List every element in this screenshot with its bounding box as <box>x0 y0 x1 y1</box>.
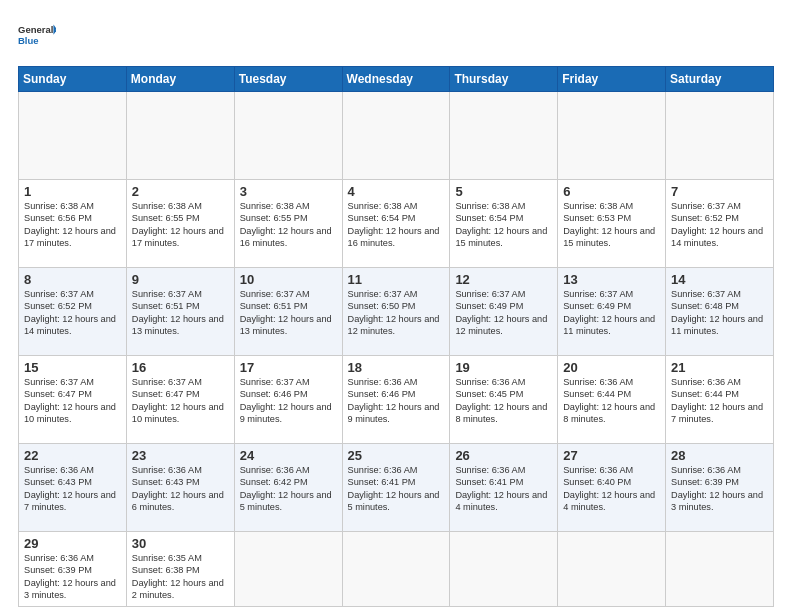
sunset-label: Sunset: 6:45 PM <box>455 389 523 399</box>
cell-info: Sunrise: 6:38 AM Sunset: 6:55 PM Dayligh… <box>240 200 337 250</box>
sunset-label: Sunset: 6:55 PM <box>132 213 200 223</box>
sunrise-label: Sunrise: 6:36 AM <box>455 465 525 475</box>
day-number: 10 <box>240 272 337 287</box>
sunrise-label: Sunrise: 6:36 AM <box>671 377 741 387</box>
daylight-label: Daylight: 12 hours and 14 minutes. <box>671 226 763 248</box>
day-number: 22 <box>24 448 121 463</box>
day-number: 19 <box>455 360 552 375</box>
daylight-label: Daylight: 12 hours and 9 minutes. <box>348 402 440 424</box>
sunrise-label: Sunrise: 6:38 AM <box>348 201 418 211</box>
daylight-label: Daylight: 12 hours and 2 minutes. <box>132 578 224 600</box>
sunset-label: Sunset: 6:50 PM <box>348 301 416 311</box>
calendar-cell: 29 Sunrise: 6:36 AM Sunset: 6:39 PM Dayl… <box>19 532 127 607</box>
cell-info: Sunrise: 6:37 AM Sunset: 6:46 PM Dayligh… <box>240 376 337 426</box>
sunset-label: Sunset: 6:39 PM <box>24 565 92 575</box>
sunrise-label: Sunrise: 6:38 AM <box>563 201 633 211</box>
sunrise-label: Sunrise: 6:36 AM <box>671 465 741 475</box>
sunset-label: Sunset: 6:52 PM <box>24 301 92 311</box>
day-number: 28 <box>671 448 768 463</box>
daylight-label: Daylight: 12 hours and 13 minutes. <box>240 314 332 336</box>
daylight-label: Daylight: 12 hours and 11 minutes. <box>671 314 763 336</box>
daylight-label: Daylight: 12 hours and 14 minutes. <box>24 314 116 336</box>
day-number: 29 <box>24 536 121 551</box>
calendar-cell <box>342 532 450 607</box>
daylight-label: Daylight: 12 hours and 16 minutes. <box>348 226 440 248</box>
calendar-cell: 6 Sunrise: 6:38 AM Sunset: 6:53 PM Dayli… <box>558 180 666 268</box>
day-number: 12 <box>455 272 552 287</box>
col-header-friday: Friday <box>558 67 666 92</box>
calendar-cell: 15 Sunrise: 6:37 AM Sunset: 6:47 PM Dayl… <box>19 356 127 444</box>
calendar-cell <box>234 92 342 180</box>
cell-info: Sunrise: 6:38 AM Sunset: 6:55 PM Dayligh… <box>132 200 229 250</box>
logo: General Blue <box>18 18 56 54</box>
cell-info: Sunrise: 6:36 AM Sunset: 6:41 PM Dayligh… <box>348 464 445 514</box>
cell-info: Sunrise: 6:35 AM Sunset: 6:38 PM Dayligh… <box>132 552 229 602</box>
sunset-label: Sunset: 6:46 PM <box>240 389 308 399</box>
cell-info: Sunrise: 6:38 AM Sunset: 6:54 PM Dayligh… <box>348 200 445 250</box>
sunrise-label: Sunrise: 6:37 AM <box>240 377 310 387</box>
calendar-cell: 17 Sunrise: 6:37 AM Sunset: 6:46 PM Dayl… <box>234 356 342 444</box>
sunset-label: Sunset: 6:48 PM <box>671 301 739 311</box>
cell-info: Sunrise: 6:36 AM Sunset: 6:43 PM Dayligh… <box>24 464 121 514</box>
calendar-cell: 3 Sunrise: 6:38 AM Sunset: 6:55 PM Dayli… <box>234 180 342 268</box>
calendar-week-row: 8 Sunrise: 6:37 AM Sunset: 6:52 PM Dayli… <box>19 268 774 356</box>
daylight-label: Daylight: 12 hours and 4 minutes. <box>563 490 655 512</box>
calendar-cell: 9 Sunrise: 6:37 AM Sunset: 6:51 PM Dayli… <box>126 268 234 356</box>
day-number: 23 <box>132 448 229 463</box>
calendar-cell: 11 Sunrise: 6:37 AM Sunset: 6:50 PM Dayl… <box>342 268 450 356</box>
day-number: 14 <box>671 272 768 287</box>
calendar-cell: 13 Sunrise: 6:37 AM Sunset: 6:49 PM Dayl… <box>558 268 666 356</box>
calendar-cell <box>558 92 666 180</box>
cell-info: Sunrise: 6:36 AM Sunset: 6:46 PM Dayligh… <box>348 376 445 426</box>
day-number: 21 <box>671 360 768 375</box>
sunrise-label: Sunrise: 6:37 AM <box>24 377 94 387</box>
calendar-cell: 16 Sunrise: 6:37 AM Sunset: 6:47 PM Dayl… <box>126 356 234 444</box>
sunrise-label: Sunrise: 6:38 AM <box>132 201 202 211</box>
calendar-cell <box>342 92 450 180</box>
calendar-cell: 24 Sunrise: 6:36 AM Sunset: 6:42 PM Dayl… <box>234 444 342 532</box>
sunset-label: Sunset: 6:39 PM <box>671 477 739 487</box>
sunrise-label: Sunrise: 6:36 AM <box>348 377 418 387</box>
sunrise-label: Sunrise: 6:36 AM <box>240 465 310 475</box>
col-header-wednesday: Wednesday <box>342 67 450 92</box>
sunset-label: Sunset: 6:49 PM <box>455 301 523 311</box>
sunset-label: Sunset: 6:44 PM <box>671 389 739 399</box>
daylight-label: Daylight: 12 hours and 3 minutes. <box>671 490 763 512</box>
sunset-label: Sunset: 6:51 PM <box>132 301 200 311</box>
col-header-tuesday: Tuesday <box>234 67 342 92</box>
sunrise-label: Sunrise: 6:38 AM <box>455 201 525 211</box>
col-header-sunday: Sunday <box>19 67 127 92</box>
sunset-label: Sunset: 6:55 PM <box>240 213 308 223</box>
day-number: 15 <box>24 360 121 375</box>
day-number: 17 <box>240 360 337 375</box>
cell-info: Sunrise: 6:37 AM Sunset: 6:49 PM Dayligh… <box>563 288 660 338</box>
cell-info: Sunrise: 6:37 AM Sunset: 6:47 PM Dayligh… <box>24 376 121 426</box>
calendar-cell: 19 Sunrise: 6:36 AM Sunset: 6:45 PM Dayl… <box>450 356 558 444</box>
calendar-week-row: 29 Sunrise: 6:36 AM Sunset: 6:39 PM Dayl… <box>19 532 774 607</box>
cell-info: Sunrise: 6:36 AM Sunset: 6:39 PM Dayligh… <box>24 552 121 602</box>
daylight-label: Daylight: 12 hours and 8 minutes. <box>455 402 547 424</box>
cell-info: Sunrise: 6:38 AM Sunset: 6:54 PM Dayligh… <box>455 200 552 250</box>
daylight-label: Daylight: 12 hours and 5 minutes. <box>240 490 332 512</box>
sunset-label: Sunset: 6:41 PM <box>455 477 523 487</box>
day-number: 20 <box>563 360 660 375</box>
calendar-cell: 25 Sunrise: 6:36 AM Sunset: 6:41 PM Dayl… <box>342 444 450 532</box>
daylight-label: Daylight: 12 hours and 8 minutes. <box>563 402 655 424</box>
day-number: 2 <box>132 184 229 199</box>
day-number: 16 <box>132 360 229 375</box>
sunset-label: Sunset: 6:54 PM <box>455 213 523 223</box>
calendar-cell: 12 Sunrise: 6:37 AM Sunset: 6:49 PM Dayl… <box>450 268 558 356</box>
day-number: 9 <box>132 272 229 287</box>
calendar-week-row <box>19 92 774 180</box>
sunrise-label: Sunrise: 6:36 AM <box>563 377 633 387</box>
header: General Blue <box>18 18 774 54</box>
sunrise-label: Sunrise: 6:36 AM <box>455 377 525 387</box>
calendar-cell <box>234 532 342 607</box>
col-header-saturday: Saturday <box>666 67 774 92</box>
sunset-label: Sunset: 6:47 PM <box>132 389 200 399</box>
daylight-label: Daylight: 12 hours and 5 minutes. <box>348 490 440 512</box>
calendar-cell: 20 Sunrise: 6:36 AM Sunset: 6:44 PM Dayl… <box>558 356 666 444</box>
sunrise-label: Sunrise: 6:35 AM <box>132 553 202 563</box>
daylight-label: Daylight: 12 hours and 10 minutes. <box>132 402 224 424</box>
day-number: 24 <box>240 448 337 463</box>
